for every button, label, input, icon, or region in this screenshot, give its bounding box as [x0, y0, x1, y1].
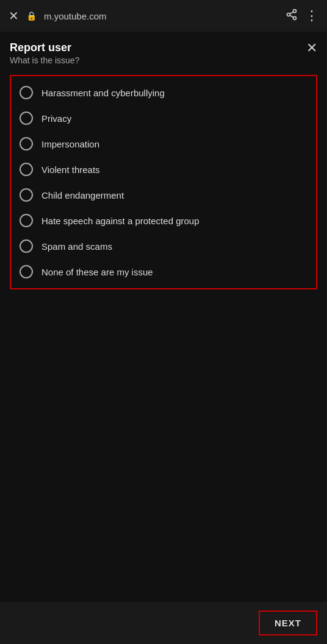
share-icon[interactable]: [286, 9, 298, 24]
radio-privacy[interactable]: [20, 111, 33, 125]
url-bar[interactable]: m.youtube.com: [44, 11, 278, 21]
option-hate-label: Hate speech against a protected group: [41, 216, 199, 226]
options-list: Harassment and cyberbullying Privacy Imp…: [10, 75, 317, 289]
bottom-bar: NEXT: [0, 602, 327, 644]
browser-close-icon[interactable]: ✕: [9, 9, 19, 23]
option-child[interactable]: Child endangerment: [11, 182, 316, 208]
option-harassment[interactable]: Harassment and cyberbullying: [11, 80, 316, 105]
option-privacy-label: Privacy: [41, 113, 71, 124]
svg-point-2: [293, 16, 296, 19]
option-violent[interactable]: Violent threats: [11, 157, 316, 182]
option-spam[interactable]: Spam and scams: [11, 233, 316, 259]
radio-child[interactable]: [20, 188, 33, 202]
next-button[interactable]: NEXT: [259, 610, 317, 635]
svg-line-3: [290, 15, 293, 17]
svg-line-4: [290, 12, 293, 13]
radio-none[interactable]: [20, 265, 33, 278]
option-impersonation-label: Impersonation: [41, 139, 99, 149]
option-harassment-label: Harassment and cyberbullying: [41, 88, 165, 98]
report-title-block: Report user What is the issue?: [10, 41, 79, 65]
option-hate[interactable]: Hate speech against a protected group: [11, 208, 316, 233]
svg-point-0: [293, 9, 296, 12]
report-header: Report user What is the issue? ✕: [10, 41, 317, 65]
radio-spam[interactable]: [20, 239, 33, 253]
browser-bar: ✕ 🔒 m.youtube.com ⋮: [0, 0, 327, 32]
radio-impersonation[interactable]: [20, 137, 33, 150]
option-child-label: Child endangerment: [41, 190, 124, 200]
report-subtitle: What is the issue?: [10, 55, 79, 65]
option-privacy[interactable]: Privacy: [11, 105, 316, 131]
option-none-label: None of these are my issue: [41, 267, 153, 277]
radio-hate[interactable]: [20, 214, 33, 227]
option-impersonation[interactable]: Impersonation: [11, 131, 316, 157]
more-icon[interactable]: ⋮: [305, 8, 318, 24]
page-content: Report user What is the issue? ✕ Harassm…: [0, 32, 327, 644]
report-title: Report user: [10, 41, 79, 54]
option-spam-label: Spam and scams: [41, 241, 112, 252]
lock-icon: 🔒: [26, 11, 37, 21]
radio-violent[interactable]: [20, 163, 33, 176]
radio-harassment[interactable]: [20, 86, 33, 99]
header-close-icon[interactable]: ✕: [306, 41, 317, 55]
option-violent-label: Violent threats: [41, 165, 100, 175]
option-none[interactable]: None of these are my issue: [11, 259, 316, 285]
svg-point-1: [287, 13, 290, 16]
